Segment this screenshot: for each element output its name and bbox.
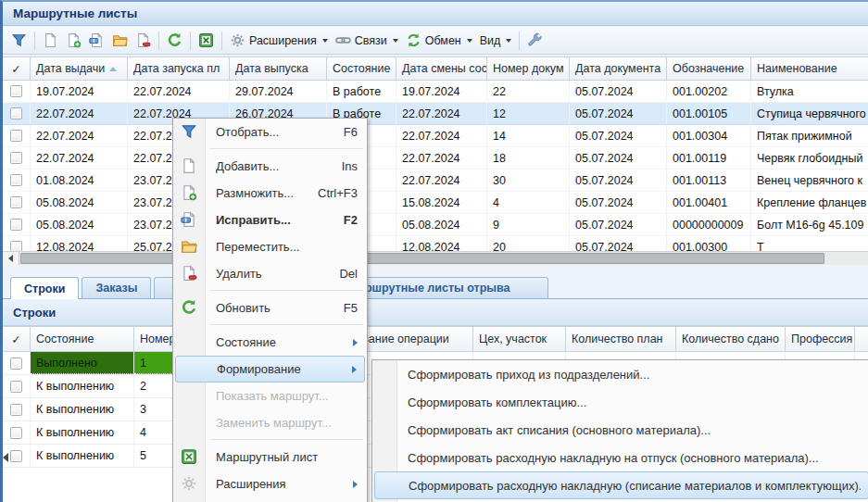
- export-excel-button[interactable]: [195, 30, 218, 52]
- grid-cell: Пятак прижимной: [751, 125, 868, 146]
- chevron-down-icon: [506, 39, 511, 43]
- delete-button[interactable]: [132, 30, 155, 52]
- submenu-item-label: Сформировать расходную накладную на отпу…: [408, 451, 862, 465]
- row-checkbox[interactable]: [10, 381, 22, 393]
- column-header[interactable]: Наименование: [751, 57, 868, 80]
- column-header[interactable]: Количество сдано: [676, 327, 786, 351]
- section-title: Строки: [13, 306, 56, 320]
- scrollbar-thumb[interactable]: [20, 253, 824, 264]
- table-row[interactable]: 22.07.202422.07.202426.07.2024В работе22…: [3, 103, 868, 125]
- settings-button[interactable]: [523, 30, 547, 52]
- column-header[interactable]: Дата выдачи: [31, 57, 128, 80]
- row-select-cell: [3, 421, 31, 444]
- table-row[interactable]: 01.08.202423.07.202422.07.20243005.07.20…: [3, 169, 868, 192]
- table-row[interactable]: 12.08.202425.07.202412.08.20242005.07.20…: [3, 236, 868, 251]
- column-header[interactable]: Дата смены сос: [396, 57, 487, 80]
- extensions-dropdown[interactable]: Расширения: [226, 30, 332, 52]
- duplicate-button[interactable]: [62, 30, 85, 52]
- menu-item[interactable]: Расширения: [173, 471, 367, 497]
- table-row[interactable]: 05.08.202423.07.202415.08.2024405.07.202…: [3, 192, 868, 214]
- submenu-item-label: Сформировать комплектацию...: [408, 395, 862, 409]
- menu-shortcut: Del: [339, 267, 358, 281]
- table-row[interactable]: 05.08.202423.07.202405.08.2024905.07.202…: [3, 214, 868, 236]
- column-header[interactable]: [855, 327, 868, 351]
- menu-item[interactable]: Переместить...: [173, 233, 367, 260]
- grid-cell: 22.07.2024: [31, 125, 128, 146]
- tab-1[interactable]: Строки: [10, 277, 79, 299]
- route-sheets-grid: ✓Дата выдачиДата запуска плДата выпускаС…: [3, 56, 868, 251]
- excel-icon: [198, 32, 214, 48]
- menu-item[interactable]: Маршрутный лист: [173, 444, 367, 471]
- row-checkbox[interactable]: [10, 219, 22, 231]
- menu-item[interactable]: ОбновитьF5: [173, 295, 367, 321]
- column-header[interactable]: Обозначение: [667, 57, 751, 80]
- links-dropdown[interactable]: Связи: [332, 30, 402, 52]
- row-checkbox[interactable]: [10, 107, 22, 119]
- row-checkbox[interactable]: [10, 130, 22, 142]
- row-checkbox[interactable]: [10, 404, 22, 416]
- submenu-item[interactable]: Сформировать комплектацию...: [372, 388, 868, 416]
- horizontal-scrollbar[interactable]: [3, 251, 868, 265]
- row-checkbox[interactable]: [10, 450, 22, 462]
- doc-edit-icon: [181, 211, 197, 228]
- table-row[interactable]: 22.07.202422.07.202422.07.20241805.07.20…: [3, 147, 868, 169]
- toolbar: Расширения Связи Обмен Вид: [3, 27, 868, 55]
- column-header[interactable]: Состояние: [31, 327, 134, 351]
- menu-item-label: Обновить: [216, 301, 333, 315]
- new-document-icon: [43, 32, 58, 48]
- menu-shortcut: Ins: [342, 159, 358, 173]
- submenu-item[interactable]: Сформировать акт списания (основного мат…: [372, 416, 868, 444]
- column-header[interactable]: Дата запуска пл: [128, 57, 230, 80]
- column-header[interactable]: Профессия: [786, 327, 855, 351]
- column-header[interactable]: Дата выпуска: [230, 57, 327, 80]
- column-header[interactable]: Количество план: [566, 327, 676, 351]
- table-row[interactable]: 22.07.202422.07.202422.07.20241405.07.20…: [3, 125, 868, 147]
- column-header[interactable]: Номер докум: [487, 57, 570, 80]
- row-checkbox[interactable]: [10, 427, 22, 439]
- column-header[interactable]: Состояние: [327, 57, 396, 80]
- row-checkbox[interactable]: [10, 174, 22, 186]
- row-checkbox[interactable]: [10, 152, 22, 164]
- submenu-item[interactable]: Сформировать расходную накладную на отпу…: [372, 444, 868, 471]
- menu-item[interactable]: Отобрать...F6: [173, 119, 367, 145]
- move-button[interactable]: [108, 30, 132, 52]
- menu-item[interactable]: УдалитьDel: [173, 260, 367, 287]
- row-checkbox[interactable]: [10, 196, 22, 208]
- submenu-item[interactable]: Сформировать приход из подразделений...: [372, 360, 868, 388]
- refresh-button[interactable]: [163, 30, 186, 52]
- filter-button[interactable]: [7, 30, 31, 52]
- menu-item[interactable]: Добавить...Ins: [173, 153, 367, 180]
- scroll-left-button[interactable]: [3, 252, 19, 265]
- row-select-cell: [3, 147, 31, 169]
- grid-cell: К выполнению: [31, 398, 134, 420]
- row-checkbox[interactable]: [10, 358, 22, 370]
- menu-item[interactable]: Исправить...F2: [173, 207, 367, 233]
- row-select-cell: [3, 214, 31, 235]
- row-checkbox[interactable]: [10, 85, 22, 97]
- row-checkbox[interactable]: [10, 241, 22, 251]
- select-all-header[interactable]: ✓: [3, 57, 31, 80]
- grid-cell: 19.07.2024: [396, 81, 487, 102]
- column-header[interactable]: Цех, участок: [473, 327, 566, 351]
- tab-2[interactable]: Заказы: [82, 277, 151, 298]
- exchange-dropdown[interactable]: Обмен: [402, 30, 476, 52]
- row-select-cell: [3, 236, 31, 251]
- menu-item: Показать маршрут...: [173, 383, 367, 409]
- context-menu: Отобрать...F6Добавить...InsРазмножить...…: [172, 118, 368, 502]
- add-button[interactable]: [39, 30, 62, 52]
- menu-item[interactable]: Состояние: [173, 329, 367, 356]
- grid-cell: Т: [751, 236, 868, 251]
- column-header[interactable]: Дата документа: [570, 57, 667, 80]
- view-dropdown[interactable]: Вид: [476, 30, 516, 52]
- toolbar-separator: [221, 31, 222, 50]
- grid-cell: 18: [487, 147, 570, 169]
- scroll-left-arrow[interactable]: [3, 453, 8, 462]
- row-select-cell: [3, 192, 31, 213]
- submenu-item[interactable]: Сформировать расходную накладную (списан…: [374, 471, 868, 499]
- menu-item[interactable]: Размножить...Ctrl+F3: [173, 180, 367, 207]
- select-all-header[interactable]: ✓: [3, 327, 31, 351]
- table-row[interactable]: 19.07.202422.07.202429.07.2024В работе19…: [3, 81, 868, 103]
- grid-cell: 05.07.2024: [570, 214, 667, 235]
- edit-button[interactable]: [85, 30, 108, 52]
- menu-item[interactable]: Формирование: [175, 356, 365, 383]
